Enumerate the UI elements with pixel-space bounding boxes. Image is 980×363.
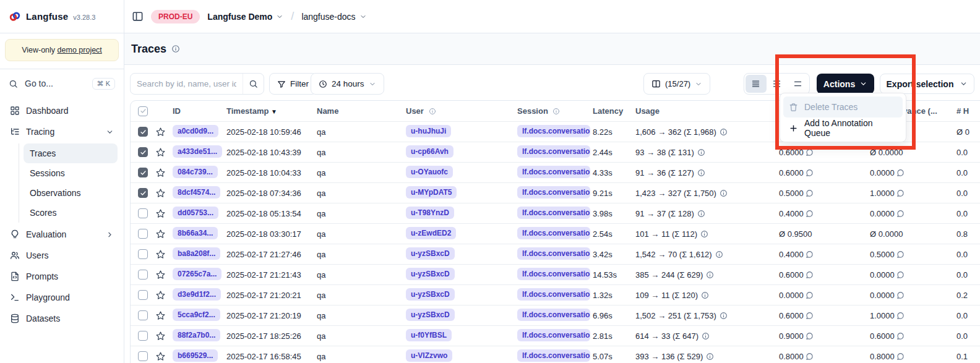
user-badge[interactable]: u-T98YnzD xyxy=(406,207,454,219)
sidebar-item-dashboard[interactable]: Dashboard xyxy=(6,100,118,121)
comment-icon[interactable] xyxy=(896,352,905,361)
comment-icon[interactable] xyxy=(896,312,905,320)
table-row[interactable]: 5cca9cf2... 2025-02-17 21:20:19 qa u-yzS… xyxy=(131,305,980,325)
row-checkbox[interactable] xyxy=(138,168,148,177)
star-icon[interactable] xyxy=(155,331,170,341)
sidebar-item-datasets[interactable]: Datasets xyxy=(6,308,118,329)
comment-icon[interactable] xyxy=(806,169,814,177)
comment-icon[interactable] xyxy=(896,291,905,299)
comment-icon[interactable] xyxy=(896,250,905,258)
row-checkbox[interactable] xyxy=(138,270,148,280)
user-badge[interactable]: u-f0YfBSL xyxy=(406,329,452,341)
trace-id-badge[interactable]: a433de51... xyxy=(173,145,222,158)
sidebar-item-sessions[interactable]: Sessions xyxy=(24,163,118,183)
star-icon[interactable] xyxy=(155,229,170,239)
comment-icon[interactable] xyxy=(896,189,905,197)
comment-icon[interactable] xyxy=(806,312,814,320)
user-badge[interactable]: u-VIZzvwo xyxy=(406,349,452,362)
info-icon[interactable] xyxy=(697,210,705,218)
row-height-large-button[interactable] xyxy=(787,75,808,93)
header-latency[interactable]: Latency xyxy=(590,106,633,116)
user-badge[interactable]: u-yzSBxcD xyxy=(406,247,455,260)
row-checkbox[interactable] xyxy=(138,290,148,300)
info-icon[interactable] xyxy=(715,250,723,258)
star-icon[interactable] xyxy=(155,351,170,362)
row-height-medium-button[interactable] xyxy=(767,75,788,93)
sidebar-item-observations[interactable]: Observations xyxy=(24,183,118,203)
info-icon[interactable] xyxy=(706,352,714,361)
trace-id-badge[interactable]: ba8a208f... xyxy=(173,247,220,260)
star-icon[interactable] xyxy=(155,188,170,199)
row-height-small-button[interactable] xyxy=(746,75,767,93)
user-badge[interactable]: u-MYpDAT5 xyxy=(406,186,457,199)
comment-icon[interactable] xyxy=(896,210,905,218)
search-icon[interactable] xyxy=(243,74,264,94)
header-session[interactable]: Session xyxy=(515,106,590,116)
info-icon[interactable] xyxy=(720,128,728,136)
comment-icon[interactable] xyxy=(896,169,905,177)
header-timestamp[interactable]: Timestamp ▼ xyxy=(224,106,314,116)
session-badge[interactable]: lf.docs.conversation... xyxy=(517,207,590,219)
session-badge[interactable]: lf.docs.conversation... xyxy=(517,166,590,178)
star-icon[interactable] xyxy=(155,290,170,301)
table-row[interactable]: ba8a208f... 2025-02-17 21:27:46 qa u-yzS… xyxy=(131,244,980,264)
org-switcher[interactable]: Langfuse Demo xyxy=(207,12,283,22)
sidebar-item-prompts[interactable]: Prompts xyxy=(6,266,118,287)
demo-project-link[interactable]: demo project xyxy=(58,46,102,54)
session-badge[interactable]: lf.docs.conversation... xyxy=(517,186,590,199)
row-checkbox[interactable] xyxy=(138,331,148,341)
actions-button[interactable]: Actions xyxy=(817,74,874,94)
trace-id-badge[interactable]: d3e9d1f2... xyxy=(173,288,221,301)
session-badge[interactable]: lf.docs.conversation... xyxy=(517,227,590,239)
session-badge[interactable]: lf.docs.conversation... xyxy=(517,247,590,260)
trace-id-badge[interactable]: 5cca9cf2... xyxy=(173,309,220,321)
row-checkbox[interactable] xyxy=(138,188,148,198)
row-checkbox[interactable] xyxy=(138,147,148,157)
comment-icon[interactable] xyxy=(806,148,814,156)
sidebar-item-tracing[interactable]: Tracing xyxy=(6,121,118,142)
session-badge[interactable]: lf.docs.conversation... xyxy=(517,268,590,280)
trace-id-badge[interactable]: 084c739... xyxy=(173,166,218,178)
export-selection-button[interactable]: Export selection xyxy=(880,74,974,94)
table-row[interactable]: 07265c7a... 2025-02-17 21:21:43 qa u-yzS… xyxy=(131,264,980,284)
filter-button[interactable]: Filter xyxy=(269,73,317,95)
comment-icon[interactable] xyxy=(806,210,814,218)
time-range-button[interactable]: 24 hours xyxy=(311,73,384,95)
sidebar-item-evaluation[interactable]: Evaluation xyxy=(6,224,118,245)
user-badge[interactable]: u-OYauofc xyxy=(406,166,453,178)
comment-icon[interactable] xyxy=(806,271,814,279)
menu-item-add-to-annotation-queue[interactable]: Add to Annotation Queue xyxy=(783,117,903,139)
star-icon[interactable] xyxy=(155,147,170,158)
row-checkbox[interactable] xyxy=(138,208,148,218)
info-icon[interactable] xyxy=(700,230,708,238)
row-checkbox[interactable] xyxy=(138,249,148,259)
column-visibility-button[interactable]: (15/27) xyxy=(643,73,710,95)
session-badge[interactable]: lf.docs.conversation... xyxy=(517,329,590,341)
header-user[interactable]: User xyxy=(403,106,515,116)
sidebar-toggle-icon[interactable] xyxy=(132,11,144,22)
project-switcher[interactable]: langfuse-docs xyxy=(301,12,366,22)
goto-search[interactable]: Go to... ⌘ K xyxy=(0,69,124,98)
header-name[interactable]: Name xyxy=(314,106,403,116)
trace-id-badge[interactable]: 88f2a7b0... xyxy=(173,329,220,341)
comment-icon[interactable] xyxy=(806,189,814,197)
row-checkbox[interactable] xyxy=(138,310,148,320)
session-badge[interactable]: lf.docs.conversation... xyxy=(517,309,590,321)
table-row[interactable]: d3e9d1f2... 2025-02-17 21:20:21 qa u-yzS… xyxy=(131,284,980,305)
header-id[interactable]: ID xyxy=(170,106,224,116)
comment-icon[interactable] xyxy=(806,332,814,340)
session-badge[interactable]: lf.docs.conversation... xyxy=(517,288,590,301)
sidebar-item-users[interactable]: Users xyxy=(6,245,118,266)
sidebar-item-playground[interactable]: Playground xyxy=(6,287,118,308)
row-checkbox[interactable] xyxy=(138,127,148,137)
table-row[interactable]: a433de51... 2025-02-18 10:43:39 qa u-cp6… xyxy=(131,142,980,162)
star-icon[interactable] xyxy=(155,168,170,178)
trace-id-badge[interactable]: 8dcf4574... xyxy=(173,186,220,199)
user-badge[interactable]: u-huJhuJi xyxy=(406,125,451,137)
table-row[interactable]: 88f2a7b0... 2025-02-17 18:25:26 qa u-f0Y… xyxy=(131,325,980,346)
trace-id-badge[interactable]: a0cd0d9... xyxy=(173,125,218,137)
star-icon[interactable] xyxy=(155,270,170,280)
comment-icon[interactable] xyxy=(806,352,814,361)
search-input[interactable] xyxy=(131,79,243,88)
info-icon[interactable] xyxy=(701,291,709,299)
